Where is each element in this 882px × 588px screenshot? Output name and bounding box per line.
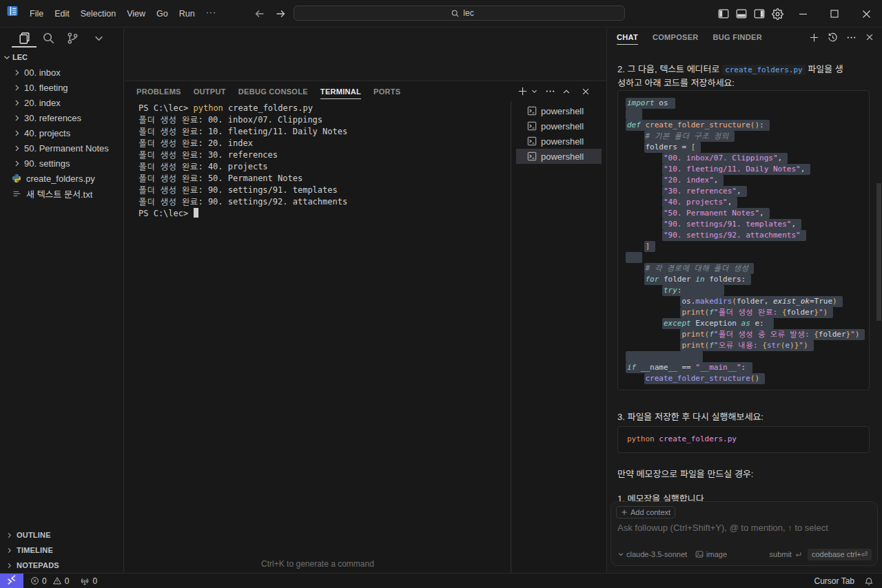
app-logo-icon [7,6,18,17]
terminal-session-4[interactable]: powershell [516,149,602,164]
toggle-sidebar-button[interactable] [715,5,732,23]
sidebar-section-outline[interactable]: OUTLINE [0,527,123,543]
tree-folder[interactable]: 50. Permanent Notes [0,140,123,156]
chat-more-actions-button[interactable] [844,30,858,44]
toggle-secondary-sidebar-button[interactable] [750,5,768,23]
submit-button[interactable]: submit [770,550,802,558]
explorer-view-button[interactable] [17,30,32,45]
tree-folder[interactable]: 20. index [0,95,123,110]
code-line: ] [627,241,869,252]
chat-input-placeholder: Ask followup (Ctrl+Shift+Y), @ to mentio… [617,523,828,533]
chat-tab-composer[interactable]: COMPOSER [653,28,699,46]
bell-icon[interactable] [864,576,874,586]
code-line: print(f"오류 내용: {str(e)}") [627,340,869,351]
close-panel-button[interactable] [580,85,591,98]
remote-indicator-button[interactable] [0,574,23,588]
root-folder-label: LEC [12,53,28,61]
workspace-root-folder[interactable]: LEC [0,50,123,65]
maximize-icon [830,10,839,18]
menu-selection[interactable]: Selection [75,6,121,21]
tree-folder[interactable]: 00. inbox [0,65,123,80]
chevron-right-icon [12,98,21,107]
terminal-line: 폴더 생성 완료: 90. settings/92. attachments [139,196,347,208]
add-context-button[interactable]: Add context [616,506,675,518]
terminal-cursor [194,208,198,218]
problems-button[interactable]: 0 0 [30,576,69,586]
sidebar-section-notepads[interactable]: NOTEPADS [0,558,123,573]
chat-message-area[interactable]: 2. 그 다음, 텍스트 에디터로 create_folders.py 파일을 … [607,46,882,573]
code-block-command[interactable]: python create_folders.py [617,426,870,453]
menu-go[interactable]: Go [151,6,174,21]
window-maximize-button[interactable] [819,0,850,28]
chat-history-button[interactable] [825,30,839,44]
tree-folder[interactable]: 40. projects [0,125,123,140]
menu-view[interactable]: View [121,6,151,21]
close-chat-button[interactable] [863,30,876,44]
tree-folder[interactable]: 90. settings [0,156,123,171]
terminal-sash[interactable] [511,101,511,574]
chat-tab-chat[interactable]: CHAT [617,28,638,46]
sidebar-sections: OUTLINETIMELINENOTEPADS [0,527,123,573]
panel-more-actions-button[interactable] [544,85,555,98]
maximize-panel-button[interactable] [561,85,572,98]
window-close-button[interactable] [850,0,882,28]
terminal-session-3[interactable]: powershell [516,134,602,149]
toggle-panel-button[interactable] [732,5,750,23]
tree-folder[interactable]: 10. fleeting [0,80,123,95]
settings-gear-button[interactable] [768,5,786,23]
chevron-down-icon [93,32,105,44]
panel-tab-debug-console[interactable]: DEBUG CONSOLE [232,81,314,101]
menu-run[interactable]: Run [174,6,201,21]
tree-file[interactable]: create_folders.py [0,171,123,186]
panel-tab-output[interactable]: OUTPUT [187,81,232,101]
inline-code: create_folders.py [722,65,806,75]
code-line: "20. index", [627,175,869,186]
new-terminal-button[interactable] [517,85,528,98]
code-line: import os [627,98,869,109]
nav-back-button[interactable] [252,6,267,21]
menu-more[interactable]: ··· [201,8,223,20]
chat-input-box[interactable]: Add context Ask followup (Ctrl+Shift+Y),… [611,501,878,566]
layout-sidebar-right-icon [754,8,765,19]
file-label: create_folders.py [26,174,95,184]
codebase-button[interactable]: codebase ctrl+⏎ [808,549,872,560]
cursor-tab-label[interactable]: Cursor Tab [814,576,854,586]
warning-icon [52,576,62,585]
nav-forward-button[interactable] [273,6,288,21]
tree-file[interactable]: 새 텍스트 문서.txt [0,186,123,201]
chat-tab-bug-finder[interactable]: BUG FINDER [713,28,762,46]
source-control-view-button[interactable] [65,30,80,45]
terminal-session-2[interactable]: powershell [516,118,602,134]
code-line: for folder in folders: [627,274,869,285]
search-value: lec [463,8,473,18]
ai-chat-panel: CHATCOMPOSERBUG FINDER 2. 그 다음, 텍스트 에디터로… [606,28,882,573]
menu-file[interactable]: File [24,6,49,21]
sidebar-section-timeline[interactable]: TIMELINE [0,543,123,558]
chat-scrollbar-thumb[interactable] [876,183,881,321]
model-selector[interactable]: claude-3.5-sonnet [617,550,687,558]
command-center-search[interactable]: lec [294,6,625,21]
chevron-down-icon [531,87,538,95]
code-block-python[interactable]: import os def create_folder_structure():… [617,90,870,390]
code-line [627,252,869,263]
folder-label: 20. index [24,98,61,108]
panel-tab-ports[interactable]: PORTS [367,81,407,101]
window-minimize-button[interactable] [787,0,819,28]
tree-folder[interactable]: 30. references [0,110,123,125]
terminal-output[interactable]: PS C:\lec> python create_folders.py폴더 생성… [139,103,347,220]
code-line: os.makedirs(folder, exist_ok=True) [627,296,869,307]
search-view-button[interactable] [41,30,56,45]
panel-tab-terminal[interactable]: TERMINAL [314,81,367,101]
views-more-button[interactable] [91,30,106,45]
chevron-right-icon [12,68,21,77]
ports-button[interactable]: 0 [80,576,97,586]
terminal-icon [527,121,537,131]
menu-bar: FileEditSelectionViewGoRun··· [24,0,222,28]
attach-image-button[interactable]: image [695,550,727,558]
terminal-line: 폴더 생성 완료: 40. projects [139,161,347,173]
panel-tab-problems[interactable]: PROBLEMS [130,81,187,101]
new-chat-button[interactable] [807,30,821,44]
terminal-dropdown-button[interactable] [529,85,539,98]
menu-edit[interactable]: Edit [49,6,75,21]
terminal-session-1[interactable]: powershell [516,103,602,118]
